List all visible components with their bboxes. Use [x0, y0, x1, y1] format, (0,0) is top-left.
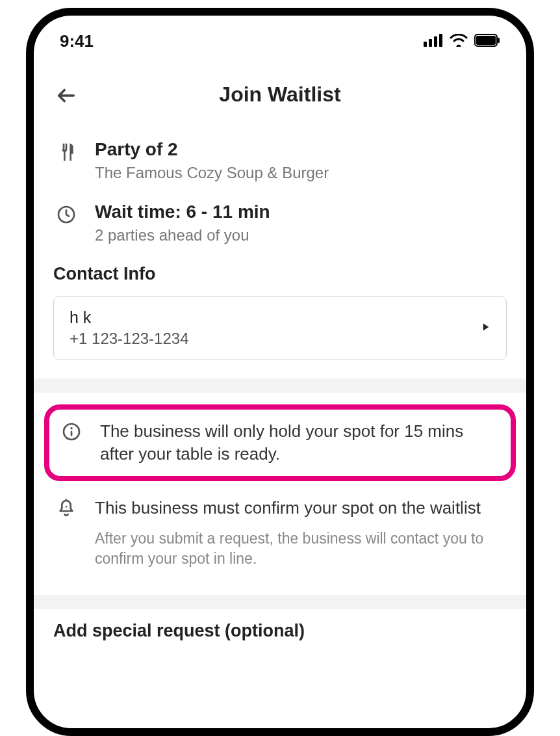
wifi-icon	[450, 34, 468, 49]
contact-card[interactable]: h k +1 123-123-1234	[53, 296, 507, 360]
highlighted-notice: The business will only hold your spot fo…	[44, 404, 516, 481]
info-icon	[58, 420, 84, 466]
svg-rect-10	[71, 431, 73, 436]
svg-rect-6	[498, 38, 500, 43]
cellular-icon	[424, 34, 443, 49]
svg-rect-5	[476, 36, 496, 45]
restaurant-icon	[53, 139, 79, 182]
confirm-notice-title: This business must confirm your spot on …	[95, 497, 507, 519]
section-divider	[34, 595, 526, 609]
back-button[interactable]	[53, 83, 79, 109]
parties-ahead-label: 2 parties ahead of you	[95, 226, 270, 244]
status-time: 9:41	[60, 31, 94, 51]
hold-notice-text: The business will only hold your spot fo…	[100, 420, 502, 466]
svg-rect-3	[439, 34, 442, 47]
status-icons	[424, 34, 500, 49]
section-divider	[34, 378, 526, 393]
bell-icon	[53, 497, 79, 569]
battery-icon	[474, 34, 500, 49]
wait-row: Wait time: 6 - 11 min 2 parties ahead of…	[53, 202, 507, 244]
contact-name: h k	[70, 308, 189, 327]
confirm-notice: This business must confirm your spot on …	[53, 489, 507, 577]
caret-right-icon	[481, 322, 490, 334]
restaurant-name: The Famous Cozy Soup & Burger	[95, 164, 329, 182]
party-size-label: Party of 2	[95, 139, 329, 160]
confirm-notice-sub: After you submit a request, the business…	[95, 529, 507, 569]
contact-phone: +1 123-123-1234	[70, 330, 189, 348]
svg-rect-0	[424, 42, 427, 47]
svg-rect-1	[429, 39, 432, 47]
svg-point-11	[66, 506, 68, 508]
party-row: Party of 2 The Famous Cozy Soup & Burger	[53, 139, 507, 182]
special-request-title: Add special request (optional)	[53, 621, 507, 641]
device-frame: 9:41 Join Waitlist Party of 2	[26, 8, 534, 736]
svg-point-9	[70, 427, 72, 429]
arrow-left-icon	[55, 85, 77, 107]
page-header: Join Waitlist	[53, 57, 507, 139]
contact-section-title: Contact Info	[53, 264, 507, 284]
status-bar: 9:41	[34, 16, 526, 57]
page-title: Join Waitlist	[53, 83, 507, 107]
wait-time-label: Wait time: 6 - 11 min	[95, 202, 270, 222]
clock-icon	[53, 202, 79, 244]
svg-rect-2	[434, 36, 437, 47]
